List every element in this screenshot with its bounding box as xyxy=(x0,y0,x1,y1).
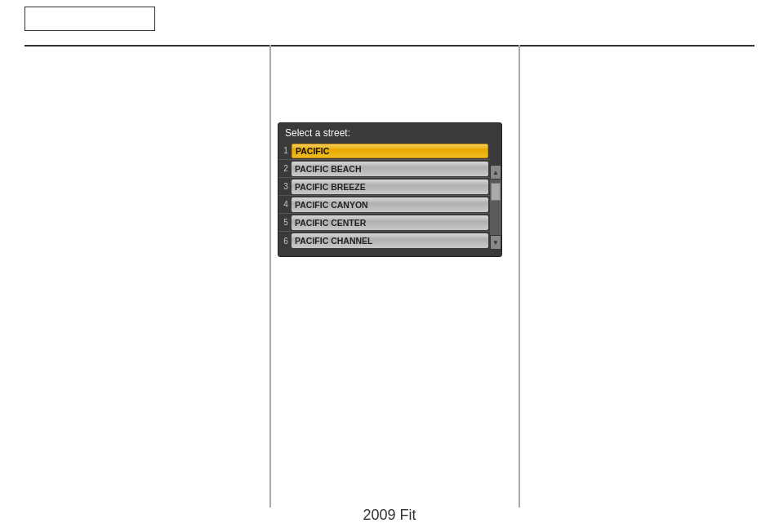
vertical-divider-right xyxy=(519,45,520,508)
divider-line xyxy=(24,45,755,47)
street-name-5: PACIFIC CENTER xyxy=(292,215,488,230)
scroll-down-button[interactable]: ▼ xyxy=(490,235,501,250)
street-number-5: 5 xyxy=(278,218,292,227)
scroll-up-button[interactable]: ▲ xyxy=(490,165,501,180)
street-item-4[interactable]: 4 PACIFIC CANYON xyxy=(278,196,490,214)
street-name-1: PACIFIC xyxy=(292,144,488,158)
street-name-2: PACIFIC BEACH xyxy=(292,162,488,176)
scrollbar: ▲ ▼ xyxy=(490,165,501,250)
nav-screen: Select a street: 1 PACIFIC 2 PACIFIC BEA… xyxy=(278,122,502,257)
street-number-3: 3 xyxy=(278,182,292,191)
street-name-4: PACIFIC CANYON xyxy=(292,197,488,212)
screen-header: Select a street: xyxy=(278,123,501,142)
street-number-1: 1 xyxy=(278,146,292,155)
street-number-4: 4 xyxy=(278,200,292,209)
vertical-divider-left xyxy=(269,45,271,508)
street-item-1[interactable]: 1 PACIFIC xyxy=(278,142,490,160)
street-list-container: 1 PACIFIC 2 PACIFIC BEACH 3 PACIFIC BREE… xyxy=(278,142,501,250)
top-rectangle xyxy=(24,7,155,31)
street-item-2[interactable]: 2 PACIFIC BEACH xyxy=(278,160,490,178)
street-number-6: 6 xyxy=(278,237,292,246)
street-number-2: 2 xyxy=(278,164,292,173)
street-name-3: PACIFIC BREEZE xyxy=(292,180,488,194)
street-item-3[interactable]: 3 PACIFIC BREEZE xyxy=(278,178,490,196)
street-list: 1 PACIFIC 2 PACIFIC BEACH 3 PACIFIC BREE… xyxy=(278,142,490,250)
street-name-6: PACIFIC CHANNEL xyxy=(292,233,488,248)
scroll-thumb[interactable] xyxy=(491,183,501,201)
street-item-6[interactable]: 6 PACIFIC CHANNEL xyxy=(278,232,490,250)
street-item-5[interactable]: 5 PACIFIC CENTER xyxy=(278,214,490,232)
footer-text: 2009 Fit xyxy=(0,507,779,524)
